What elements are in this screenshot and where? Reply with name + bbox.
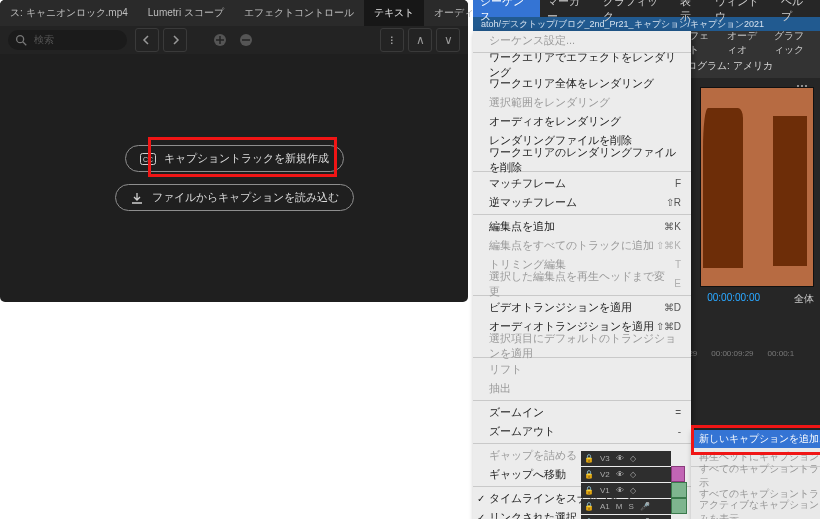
next-button[interactable] — [163, 28, 187, 52]
menu-item[interactable]: 逆マッチフレーム⇧R — [473, 193, 691, 212]
menu-item: 編集点をすべてのトラックに追加⇧⌘K — [473, 236, 691, 255]
app-menubar: シーケンス マーカー グラフィック 表示 ウィンドウ ヘルプ — [473, 0, 820, 17]
import-caption-label: ファイルからキャプションを読み込む — [152, 190, 339, 205]
tab-lumetri[interactable]: Lumetri スコープ — [138, 0, 234, 26]
menu-item[interactable]: 編集点を追加⌘K — [473, 217, 691, 236]
search-icon — [14, 33, 28, 47]
menu-item[interactable]: ズームアウト- — [473, 422, 691, 441]
prev-button[interactable] — [135, 28, 159, 52]
tab-effect-controls[interactable]: エフェクトコントロール — [234, 0, 364, 26]
menu-item: シーケンス設定... — [473, 31, 691, 50]
menu-marker[interactable]: マーカー — [540, 0, 596, 17]
menu-item[interactable]: ビデオトランジションを適用⌘D — [473, 298, 691, 317]
clip-audio[interactable] — [671, 498, 687, 514]
sequence-menu-dropdown: シーケンス設定...ワークエリアでエフェクトをレンダリングワークエリア全体をレン… — [473, 31, 691, 519]
submenu-item: すべてのキャプショントラックを非表示 — [691, 467, 820, 485]
search-input[interactable]: 検索 — [8, 30, 127, 50]
tab-text[interactable]: テキスト — [364, 0, 424, 26]
submenu-item: アクティブなキャプショントラックのみを表示 — [691, 503, 820, 519]
menu-sequence[interactable]: シーケンス — [473, 0, 540, 17]
menu-help[interactable]: ヘルプ — [774, 0, 820, 17]
remove-button[interactable] — [235, 29, 257, 51]
add-button[interactable] — [209, 29, 231, 51]
menu-item[interactable]: ワークエリアのレンダリングファイルを削除 — [473, 150, 691, 169]
tab-source[interactable]: ス: キャニオンロック.mp4 — [0, 0, 138, 26]
zoom-full[interactable]: 全体 — [794, 292, 814, 306]
import-icon — [130, 191, 144, 205]
program-monitor — [700, 87, 814, 287]
source-panel-tabs: ス: キャニオンロック.mp4 Lumetri スコープ エフェクトコントロール… — [0, 0, 468, 26]
menu-item: 選択範囲をレンダリング — [473, 93, 691, 112]
track-v1[interactable]: 🔒V1👁◇ — [581, 483, 671, 498]
menu-item: リフト — [473, 360, 691, 379]
import-caption-file-button[interactable]: ファイルからキャプションを読み込む — [115, 184, 354, 211]
track-v3[interactable]: 🔒V3👁◇ — [581, 451, 671, 466]
svg-point-0 — [17, 36, 24, 43]
menu-item[interactable]: マッチフレームF — [473, 174, 691, 193]
menu-item: 選択した編集点を再生ヘッドまで変更E — [473, 274, 691, 293]
search-placeholder: 検索 — [34, 33, 54, 47]
timeline-tracks: 🔒V3👁◇ 🔒V2👁◇ 🔒V1👁◇ 🔒A1MS🎤 🔒A2MS🎤 — [581, 451, 671, 519]
menu-item[interactable]: ワークエリア全体をレンダリング — [473, 74, 691, 93]
split-button[interactable]: ⫶ — [380, 28, 404, 52]
program-panel-label: プログラム: アメリカ — [671, 54, 820, 78]
ws-audio[interactable]: オーディオ — [719, 31, 767, 54]
create-caption-track-button[interactable]: CC キャプショントラックを新規作成 — [125, 145, 344, 172]
menu-item: 抽出 — [473, 379, 691, 398]
workspace-tabs: エフェクト オーディオ グラフィック — [671, 31, 820, 54]
clip-video[interactable] — [671, 482, 687, 498]
menu-item[interactable]: オーディオをレンダリング — [473, 112, 691, 131]
timecode-current[interactable]: 00:00:00:00 — [707, 292, 760, 303]
menu-item[interactable]: ワークエリアでエフェクトをレンダリング — [473, 55, 691, 74]
track-a2[interactable]: 🔒A2MS🎤 — [581, 515, 671, 519]
cc-icon: CC — [140, 153, 156, 165]
clip-caption[interactable] — [671, 466, 685, 482]
menu-graphic[interactable]: グラフィック — [596, 0, 673, 17]
menu-window[interactable]: ウィンドウ — [708, 0, 775, 17]
submenu-item[interactable]: 新しいキャプションを追加...⌃⌘A — [691, 430, 820, 448]
ws-graphics[interactable]: グラフィック — [766, 31, 820, 54]
svg-text:CC: CC — [142, 156, 152, 163]
menu-view[interactable]: 表示 — [673, 0, 708, 17]
create-caption-label: キャプショントラックを新規作成 — [164, 151, 329, 166]
track-a1[interactable]: 🔒A1MS🎤 — [581, 499, 671, 514]
track-v2[interactable]: 🔒V2👁◇ — [581, 467, 671, 482]
svg-line-1 — [23, 42, 27, 46]
search-toolbar: 検索 ⫶ ∧ ∨ — [0, 26, 468, 54]
title-path: atoh/デスクトップ/ブログ_2nd_Pr21_キャプション/キャプション20… — [473, 17, 820, 31]
menu-item: 選択項目にデフォルトのトランジションを適用 — [473, 336, 691, 355]
caption-submenu: 新しいキャプションを追加...⌃⌘A再生ヘッドにキャプションを追加⌘Cすべてのキ… — [691, 430, 820, 519]
merge-down-button[interactable]: ∨ — [436, 28, 460, 52]
merge-up-button[interactable]: ∧ — [408, 28, 432, 52]
menu-item[interactable]: ズームイン= — [473, 403, 691, 422]
